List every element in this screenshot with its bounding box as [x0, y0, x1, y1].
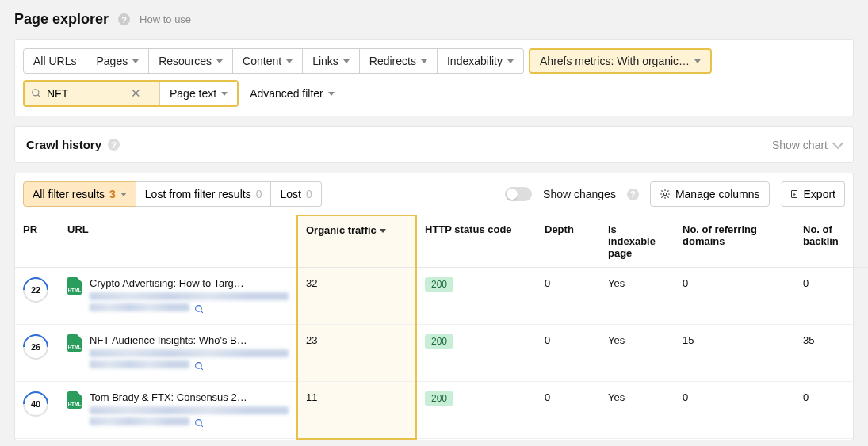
page-header: Page explorer ? How to use	[0, 0, 868, 34]
redacted-text	[90, 349, 289, 357]
search-icon	[31, 88, 42, 99]
table-row: 26 NFT Audience Insights: Who's B… 23 20…	[15, 325, 868, 382]
filter-resources[interactable]: Resources	[149, 48, 233, 74]
page-title-link[interactable]: Crypto Advertising: How to Targ…	[90, 277, 289, 289]
filter-redirects[interactable]: Redirects	[360, 48, 438, 74]
svg-point-6	[195, 362, 201, 368]
gear-icon	[660, 189, 671, 200]
cell-ref-domains: 0	[675, 268, 795, 325]
show-chart-toggle[interactable]: Show chart	[772, 139, 842, 151]
page-title: Page explorer	[14, 11, 109, 28]
caret-down-icon	[120, 193, 127, 196]
col-indexable[interactable]: Is indexable page	[600, 215, 675, 268]
html-file-icon	[67, 334, 82, 352]
html-file-icon	[67, 277, 82, 295]
help-icon[interactable]: ?	[118, 13, 130, 25]
crawl-history-panel: Crawl history ? Show chart	[14, 126, 854, 163]
col-pr[interactable]: PR	[15, 215, 59, 268]
lost-from-filter-button[interactable]: Lost from filter results 0	[136, 181, 272, 207]
svg-point-8	[195, 419, 201, 425]
inspect-icon[interactable]	[194, 418, 205, 429]
table-row: 22 Crypto Advertising: How to Targ… 32 2…	[15, 268, 868, 325]
search-wrap: ✕ Page text	[23, 80, 239, 107]
cell-indexable: Yes	[600, 268, 675, 325]
show-changes-toggle[interactable]	[505, 187, 532, 201]
col-depth[interactable]: Depth	[537, 215, 600, 268]
caret-down-icon	[286, 59, 293, 63]
inspect-icon[interactable]	[194, 304, 205, 314]
svg-point-0	[33, 90, 39, 96]
col-url[interactable]: URL	[59, 215, 297, 268]
cell-depth: 0	[537, 325, 600, 382]
filter-links[interactable]: Links	[303, 48, 360, 74]
cell-ref-domains: 0	[675, 382, 795, 439]
cell-indexable: Yes	[600, 325, 675, 382]
cell-depth: 0	[537, 382, 600, 439]
http-status-badge: 200	[425, 334, 453, 349]
info-icon[interactable]: ?	[627, 189, 639, 200]
inspect-icon[interactable]	[194, 361, 205, 372]
export-icon	[790, 189, 799, 200]
manage-columns-button[interactable]: Manage columns	[650, 181, 770, 207]
table-row: 40 Tom Brady & FTX: Consensus 2… 11 200 …	[15, 382, 868, 439]
chevron-down-icon	[832, 137, 843, 148]
svg-line-1	[38, 95, 40, 97]
cell-organic-traffic: 23	[297, 325, 416, 382]
page-title-link[interactable]: Tom Brady & FTX: Consensus 2…	[90, 391, 289, 403]
redacted-text	[90, 417, 189, 425]
redacted-text	[90, 292, 289, 300]
all-filter-results-button[interactable]: All filter results 3	[23, 181, 136, 207]
cell-indexable: Yes	[600, 382, 675, 439]
cell-organic-traffic: 11	[297, 382, 416, 439]
pr-badge: 22	[23, 277, 48, 303]
caret-down-icon	[694, 59, 701, 63]
search-input[interactable]	[47, 87, 126, 100]
svg-line-7	[201, 368, 203, 370]
redacted-text	[90, 360, 189, 368]
col-backlinks[interactable]: No. of backlin	[795, 215, 868, 268]
filter-pages[interactable]: Pages	[86, 48, 149, 74]
search-row: ✕ Page text Advanced filter	[23, 80, 845, 107]
col-ref-domains[interactable]: No. of referring domains	[675, 215, 795, 268]
http-status-badge: 200	[425, 277, 453, 292]
col-organic-traffic[interactable]: Organic traffic	[297, 215, 416, 268]
search-scope-select[interactable]: Page text	[159, 82, 237, 105]
col-http-status[interactable]: HTTP status code	[416, 215, 537, 268]
pr-badge: 26	[23, 334, 48, 360]
cell-backlinks: 0	[795, 382, 868, 439]
redacted-text	[90, 406, 289, 414]
cell-organic-traffic: 32	[297, 268, 416, 325]
show-changes-label: Show changes	[543, 188, 616, 200]
info-icon[interactable]: ?	[108, 139, 120, 151]
pr-badge: 40	[23, 391, 48, 417]
export-button[interactable]: Export	[781, 181, 845, 207]
how-to-use-link[interactable]: How to use	[140, 13, 191, 25]
caret-down-icon	[216, 59, 223, 63]
lost-button[interactable]: Lost 0	[271, 181, 321, 207]
caret-down-icon	[343, 59, 350, 63]
filter-indexability[interactable]: Indexability	[438, 48, 524, 74]
svg-line-9	[201, 425, 203, 427]
svg-point-2	[663, 193, 667, 196]
filter-all-urls[interactable]: All URLs	[23, 48, 86, 74]
cell-depth: 0	[537, 268, 600, 325]
http-status-badge: 200	[425, 391, 453, 406]
caret-down-icon	[421, 59, 427, 63]
advanced-filter-link[interactable]: Advanced filter	[250, 87, 335, 100]
results-panel: All filter results 3 Lost from filter re…	[14, 173, 854, 440]
filter-row: All URLs Pages Resources Content Links R…	[23, 48, 845, 74]
caret-down-icon	[221, 92, 228, 96]
redacted-text	[90, 303, 189, 311]
page-title-link[interactable]: NFT Audience Insights: Who's B…	[90, 334, 289, 346]
clear-search-icon[interactable]: ✕	[131, 86, 141, 101]
caret-down-icon	[132, 59, 139, 63]
svg-line-5	[201, 311, 203, 313]
cell-backlinks: 0	[795, 268, 868, 325]
svg-point-4	[195, 305, 201, 311]
caret-down-icon	[328, 92, 335, 96]
crawl-history-title: Crawl history	[26, 138, 101, 151]
filter-ahrefs-metrics[interactable]: Ahrefs metrics: With organic…	[529, 48, 712, 74]
filter-content[interactable]: Content	[233, 48, 303, 74]
sort-desc-icon	[380, 229, 386, 233]
html-file-icon	[67, 391, 82, 409]
